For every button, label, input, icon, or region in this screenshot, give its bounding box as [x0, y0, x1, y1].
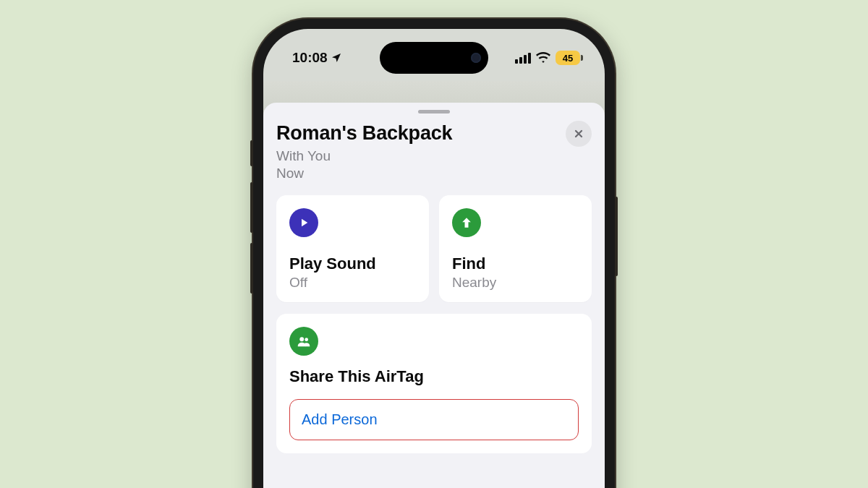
share-airtag-title: Share This AirTag	[289, 367, 579, 386]
sheet-grabber[interactable]	[418, 110, 450, 114]
location-line-2: Now	[276, 166, 304, 181]
dynamic-island	[380, 42, 488, 74]
add-person-button[interactable]: Add Person	[289, 399, 579, 440]
find-label: Find	[452, 254, 579, 273]
play-sound-tile[interactable]: Play Sound Off	[276, 195, 429, 302]
svg-point-0	[299, 337, 304, 341]
airtag-detail-sheet: Roman's Backpack With You Now Play Soun	[263, 103, 605, 488]
wifi-icon	[536, 52, 550, 64]
find-status: Nearby	[452, 275, 579, 291]
airtag-title: Roman's Backpack	[276, 122, 553, 145]
side-button-silence	[250, 140, 253, 166]
svg-point-1	[305, 338, 308, 341]
side-button-volume-up	[250, 182, 253, 233]
play-sound-status: Off	[289, 275, 416, 291]
play-icon	[289, 208, 318, 237]
side-button-volume-down	[250, 243, 253, 294]
play-sound-label: Play Sound	[289, 254, 416, 273]
status-time: 10:08	[292, 50, 328, 66]
status-left: 10:08	[292, 50, 342, 66]
battery-indicator: 45	[556, 51, 580, 65]
front-camera-icon	[471, 53, 481, 63]
airtag-location-status: With You Now	[276, 147, 553, 182]
phone-screen: 10:08 45	[263, 29, 605, 488]
close-button[interactable]	[566, 121, 592, 147]
location-services-icon	[331, 52, 342, 64]
find-tile[interactable]: Find Nearby	[439, 195, 592, 302]
people-icon	[289, 327, 318, 356]
close-icon	[573, 128, 584, 140]
add-person-label: Add Person	[302, 411, 378, 427]
action-tiles: Play Sound Off Find Nearby	[276, 195, 592, 302]
phone-frame: 10:08 45	[253, 19, 615, 488]
arrow-up-icon	[452, 208, 481, 237]
cellular-signal-icon	[515, 53, 531, 64]
battery-percent: 45	[563, 53, 573, 64]
sheet-header: Roman's Backpack With You Now	[276, 122, 592, 182]
status-right: 45	[515, 51, 580, 65]
location-line-1: With You	[276, 148, 331, 163]
share-airtag-card: Share This AirTag Add Person	[276, 314, 592, 453]
side-button-power	[615, 197, 618, 276]
